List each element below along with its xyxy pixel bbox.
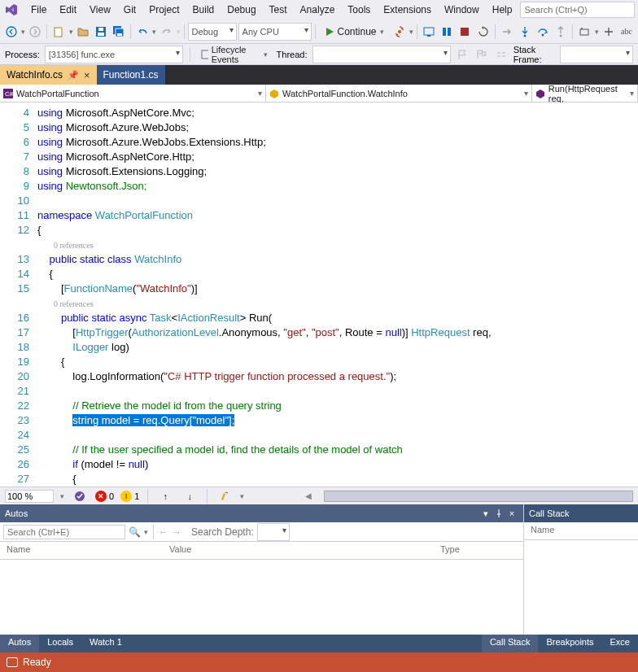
lifecycle-events-button[interactable]: Lifecycle Events ▾ xyxy=(197,46,272,63)
bottom-tab-autos[interactable]: Autos xyxy=(0,635,39,652)
show-next-stmt-button[interactable] xyxy=(499,23,515,41)
autos-toolbar: 🔍 ▾ ← → Search Depth: xyxy=(0,522,523,542)
flag-button[interactable] xyxy=(456,46,470,63)
menu-extensions[interactable]: Extensions xyxy=(377,2,438,17)
save-all-button[interactable] xyxy=(111,23,127,41)
nav-up-button[interactable]: ↑ xyxy=(156,487,174,505)
menu-test[interactable]: Test xyxy=(263,2,294,17)
platform-combo[interactable]: Any CPU xyxy=(238,23,312,41)
close-icon[interactable]: × xyxy=(505,507,518,520)
feedback-icon[interactable] xyxy=(7,657,18,667)
back-nav-button[interactable] xyxy=(3,23,20,41)
stackframe-combo[interactable] xyxy=(560,46,633,63)
menu-build[interactable]: Build xyxy=(186,2,221,17)
svg-rect-12 xyxy=(443,28,446,36)
bottom-panels: Autos ▾ × 🔍 ▾ ← → Search Depth: Name Val… xyxy=(0,504,638,635)
nav-project-combo[interactable]: C# WatchPortalFunction xyxy=(0,85,266,102)
menu-project[interactable]: Project xyxy=(142,2,186,17)
svg-point-17 xyxy=(560,34,562,37)
health-indicator-icon[interactable] xyxy=(71,487,89,505)
fwd-nav-button[interactable] xyxy=(27,23,43,41)
warning-count[interactable]: !1 xyxy=(120,491,139,502)
step-out-button[interactable] xyxy=(553,23,569,41)
bottom-tab-call-stack[interactable]: Call Stack xyxy=(482,635,539,652)
save-button[interactable] xyxy=(93,23,109,41)
menu-window[interactable]: Window xyxy=(438,2,486,17)
step-over-button[interactable] xyxy=(535,23,551,41)
dropdown-icon[interactable]: ▾ xyxy=(479,507,492,520)
restart-button[interactable] xyxy=(474,23,491,41)
hot-reload-button[interactable] xyxy=(391,23,408,41)
h-scrollbar[interactable] xyxy=(324,491,633,502)
menu-edit[interactable]: Edit xyxy=(53,2,83,17)
config-combo[interactable]: Debug xyxy=(188,23,237,41)
process-bar: Process: [31356] func.exe Lifecycle Even… xyxy=(0,44,638,65)
menu-file[interactable]: File xyxy=(24,2,53,17)
cleanup-button[interactable] xyxy=(216,487,234,505)
arrow-right-icon[interactable]: → xyxy=(172,526,181,538)
nav-down-button[interactable]: ↓ xyxy=(181,487,199,505)
flags-button[interactable] xyxy=(474,46,489,63)
line-number-gutter: 4567891011121314151617181920212223242526… xyxy=(0,103,37,487)
continue-button[interactable]: Continue ▾ xyxy=(319,23,390,41)
autos-search-input[interactable] xyxy=(3,525,125,539)
scroll-left-icon[interactable]: ◀ xyxy=(299,487,317,505)
menu-help[interactable]: Help xyxy=(486,2,519,17)
code-editor[interactable]: 4567891011121314151617181920212223242526… xyxy=(0,103,638,487)
menu-bar: FileEditViewGitProjectBuildDebugTestAnal… xyxy=(0,0,638,20)
tab-function1[interactable]: Function1.cs xyxy=(97,65,165,85)
search-depth-combo[interactable] xyxy=(257,523,290,541)
undo-button[interactable] xyxy=(134,23,151,41)
nav-class-combo[interactable]: WatchPortalFunction.WatchInfo xyxy=(266,85,532,102)
new-item-button[interactable] xyxy=(50,23,67,41)
zoom-combo[interactable] xyxy=(5,490,54,503)
redo-button[interactable] xyxy=(158,23,174,41)
svg-point-1 xyxy=(30,27,40,37)
bottom-tab-watch-1[interactable]: Watch 1 xyxy=(81,635,130,652)
error-count[interactable]: ✕0 xyxy=(95,491,114,502)
callstack-panel: Call Stack Name xyxy=(524,504,638,635)
debug-target-button[interactable] xyxy=(421,23,437,41)
arrow-left-icon[interactable]: ← xyxy=(159,526,168,538)
autos-columns: Name Value Type xyxy=(0,542,523,560)
menu-tools[interactable]: Tools xyxy=(341,2,377,17)
pin-icon[interactable] xyxy=(492,507,505,520)
bottom-tab-exce[interactable]: Exce xyxy=(602,635,638,652)
search-icon[interactable]: 🔍 xyxy=(129,526,141,538)
bottom-tab-breakpoints[interactable]: Breakpoints xyxy=(538,635,601,652)
tool-b-button[interactable] xyxy=(601,23,617,41)
bottom-tab-locals[interactable]: Locals xyxy=(39,635,81,652)
svg-point-15 xyxy=(523,34,526,37)
close-icon[interactable]: × xyxy=(84,69,90,81)
col-name[interactable]: Name xyxy=(524,522,638,539)
col-type[interactable]: Type xyxy=(434,542,523,559)
col-name[interactable]: Name xyxy=(0,542,163,559)
open-file-button[interactable] xyxy=(75,23,91,41)
code-area[interactable]: using Microsoft.AspNetCore.Mvc;using Mic… xyxy=(37,103,638,487)
autos-body[interactable] xyxy=(0,560,523,635)
svg-rect-8 xyxy=(117,33,122,36)
csharp-icon: C# xyxy=(3,89,13,98)
stop-button[interactable] xyxy=(457,23,473,41)
step-into-button[interactable] xyxy=(517,23,533,41)
tool-c-button[interactable]: abc xyxy=(618,23,635,41)
menu-search-input[interactable]: Search (Ctrl+Q) xyxy=(520,2,635,18)
menu-git[interactable]: Git xyxy=(117,2,142,17)
process-combo[interactable]: [31356] func.exe xyxy=(45,46,183,63)
nav-method-combo[interactable]: Run(HttpRequest req, xyxy=(532,85,638,102)
callstack-body[interactable] xyxy=(524,540,638,635)
break-all-button[interactable] xyxy=(439,23,455,41)
menu-debug[interactable]: Debug xyxy=(221,2,262,17)
tab-watchinfo[interactable]: WatchInfo.cs 📌 × xyxy=(0,65,97,85)
menu-view[interactable]: View xyxy=(83,2,117,17)
tool-a-button[interactable] xyxy=(576,23,592,41)
svg-rect-18 xyxy=(580,29,588,35)
col-value[interactable]: Value xyxy=(163,542,434,559)
main-toolbar: ▾ ▾ ▾ ▾ Debug Any CPU Continue ▾ ▾ ▾ abc xyxy=(0,20,638,44)
threads-button[interactable] xyxy=(494,46,509,63)
tab-label: WatchInfo.cs xyxy=(7,69,63,81)
pin-icon[interactable]: 📌 xyxy=(68,70,79,81)
menu-analyze[interactable]: Analyze xyxy=(294,2,342,17)
svg-rect-2 xyxy=(55,28,62,37)
thread-combo[interactable] xyxy=(312,46,451,63)
